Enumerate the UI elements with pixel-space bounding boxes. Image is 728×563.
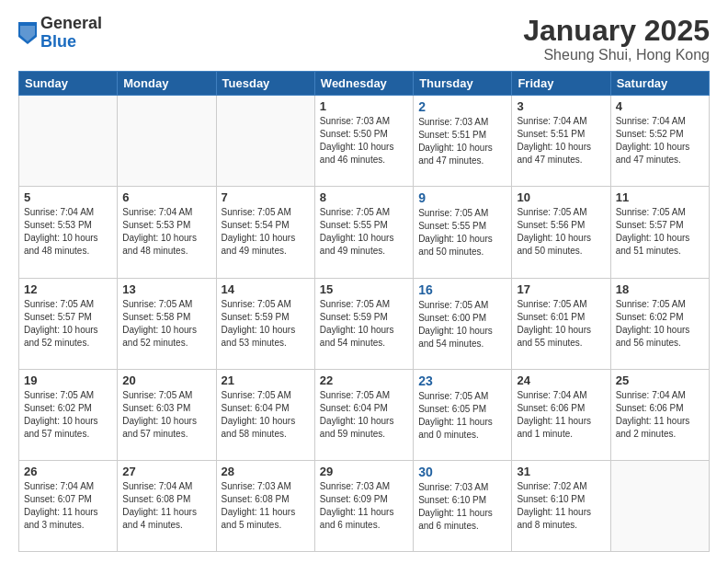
calendar-cell: 16Sunrise: 7:05 AM Sunset: 6:00 PM Dayli… [414, 278, 512, 369]
header-saturday: Saturday [610, 72, 709, 96]
day-number: 19 [24, 373, 112, 387]
day-info: Sunrise: 7:05 AM Sunset: 5:59 PM Dayligh… [320, 298, 408, 350]
day-info: Sunrise: 7:05 AM Sunset: 6:04 PM Dayligh… [320, 389, 408, 441]
day-info: Sunrise: 7:02 AM Sunset: 6:10 PM Dayligh… [517, 480, 605, 532]
day-info: Sunrise: 7:04 AM Sunset: 6:06 PM Dayligh… [517, 389, 605, 441]
day-info: Sunrise: 7:03 AM Sunset: 5:50 PM Dayligh… [320, 115, 408, 167]
calendar-cell: 6Sunrise: 7:04 AM Sunset: 5:53 PM Daylig… [118, 187, 216, 278]
calendar-cell: 7Sunrise: 7:05 AM Sunset: 5:54 PM Daylig… [216, 187, 314, 278]
calendar-cell: 19Sunrise: 7:05 AM Sunset: 6:02 PM Dayli… [19, 369, 118, 460]
calendar-cell: 1Sunrise: 7:03 AM Sunset: 5:50 PM Daylig… [314, 96, 413, 187]
day-info: Sunrise: 7:04 AM Sunset: 5:53 PM Dayligh… [24, 206, 112, 258]
calendar-cell: 12Sunrise: 7:05 AM Sunset: 5:57 PM Dayli… [19, 278, 118, 369]
day-info: Sunrise: 7:05 AM Sunset: 5:57 PM Dayligh… [616, 206, 704, 258]
calendar-cell: 28Sunrise: 7:03 AM Sunset: 6:08 PM Dayli… [216, 460, 314, 551]
day-info: Sunrise: 7:05 AM Sunset: 6:03 PM Dayligh… [122, 389, 210, 441]
day-number: 28 [222, 465, 310, 478]
calendar-cell: 31Sunrise: 7:02 AM Sunset: 6:10 PM Dayli… [512, 460, 610, 551]
day-number: 29 [320, 465, 408, 478]
day-info: Sunrise: 7:04 AM Sunset: 5:52 PM Dayligh… [616, 115, 704, 167]
day-number: 16 [418, 282, 506, 297]
day-info: Sunrise: 7:04 AM Sunset: 6:08 PM Dayligh… [122, 480, 210, 532]
header-tuesday: Tuesday [216, 72, 314, 96]
calendar-cell: 13Sunrise: 7:05 AM Sunset: 5:58 PM Dayli… [118, 278, 216, 369]
calendar-cell: 15Sunrise: 7:05 AM Sunset: 5:59 PM Dayli… [314, 278, 413, 369]
day-info: Sunrise: 7:05 AM Sunset: 6:00 PM Dayligh… [418, 299, 506, 350]
logo-icon [18, 22, 37, 44]
day-info: Sunrise: 7:05 AM Sunset: 5:56 PM Dayligh… [517, 206, 605, 258]
day-info: Sunrise: 7:05 AM Sunset: 5:54 PM Dayligh… [222, 206, 310, 258]
header-sunday: Sunday [19, 72, 118, 96]
day-number: 23 [418, 373, 506, 388]
day-number: 9 [418, 190, 506, 205]
calendar-cell [610, 460, 709, 551]
title-block: January 2025 Sheung Shui, Hong Kong [523, 15, 710, 63]
day-info: Sunrise: 7:05 AM Sunset: 6:01 PM Dayligh… [517, 298, 605, 350]
calendar-cell: 24Sunrise: 7:04 AM Sunset: 6:06 PM Dayli… [512, 369, 610, 460]
calendar-cell: 4Sunrise: 7:04 AM Sunset: 5:52 PM Daylig… [610, 96, 709, 187]
calendar-cell: 17Sunrise: 7:05 AM Sunset: 6:01 PM Dayli… [512, 278, 610, 369]
day-number: 5 [24, 190, 112, 204]
day-info: Sunrise: 7:05 AM Sunset: 6:04 PM Dayligh… [222, 389, 310, 441]
day-info: Sunrise: 7:05 AM Sunset: 5:55 PM Dayligh… [320, 206, 408, 258]
calendar-cell: 14Sunrise: 7:05 AM Sunset: 5:59 PM Dayli… [216, 278, 314, 369]
day-number: 18 [616, 282, 704, 296]
day-number: 8 [320, 190, 408, 204]
day-number: 25 [616, 373, 704, 387]
day-number: 3 [517, 99, 605, 113]
calendar-table: Sunday Monday Tuesday Wednesday Thursday… [18, 71, 710, 552]
calendar-cell [19, 96, 118, 187]
logo-general: General [40, 15, 102, 33]
day-number: 17 [517, 282, 605, 296]
calendar-cell: 23Sunrise: 7:05 AM Sunset: 6:05 PM Dayli… [414, 369, 512, 460]
calendar-week-3: 12Sunrise: 7:05 AM Sunset: 5:57 PM Dayli… [19, 278, 710, 369]
day-number: 20 [122, 373, 210, 387]
day-number: 1 [320, 99, 408, 113]
day-number: 12 [24, 282, 112, 296]
header: General Blue January 2025 Sheung Shui, H… [18, 15, 710, 63]
calendar-cell: 22Sunrise: 7:05 AM Sunset: 6:04 PM Dayli… [314, 369, 413, 460]
day-number: 24 [517, 373, 605, 387]
calendar-cell: 2Sunrise: 7:03 AM Sunset: 5:51 PM Daylig… [414, 96, 512, 187]
day-number: 7 [222, 190, 310, 204]
calendar-header-row: Sunday Monday Tuesday Wednesday Thursday… [19, 72, 710, 96]
day-number: 6 [122, 190, 210, 204]
day-info: Sunrise: 7:05 AM Sunset: 6:02 PM Dayligh… [616, 298, 704, 350]
day-info: Sunrise: 7:05 AM Sunset: 6:05 PM Dayligh… [418, 390, 506, 442]
calendar-cell: 20Sunrise: 7:05 AM Sunset: 6:03 PM Dayli… [118, 369, 216, 460]
calendar-cell: 9Sunrise: 7:05 AM Sunset: 5:55 PM Daylig… [414, 187, 512, 278]
day-number: 4 [616, 99, 704, 113]
day-number: 27 [122, 465, 210, 478]
logo-blue: Blue [40, 33, 102, 52]
header-monday: Monday [118, 72, 216, 96]
calendar-week-5: 26Sunrise: 7:04 AM Sunset: 6:07 PM Dayli… [19, 460, 710, 551]
calendar-cell [216, 96, 314, 187]
day-info: Sunrise: 7:04 AM Sunset: 6:06 PM Dayligh… [616, 389, 704, 441]
logo: General Blue [18, 15, 102, 52]
day-info: Sunrise: 7:03 AM Sunset: 6:10 PM Dayligh… [418, 481, 506, 533]
header-friday: Friday [512, 72, 610, 96]
day-number: 30 [418, 465, 506, 479]
calendar-cell: 8Sunrise: 7:05 AM Sunset: 5:55 PM Daylig… [314, 187, 413, 278]
day-number: 21 [222, 373, 310, 387]
day-info: Sunrise: 7:05 AM Sunset: 5:57 PM Dayligh… [24, 298, 112, 350]
day-info: Sunrise: 7:04 AM Sunset: 6:07 PM Dayligh… [24, 480, 112, 532]
calendar-location: Sheung Shui, Hong Kong [523, 47, 710, 63]
page: General Blue January 2025 Sheung Shui, H… [0, 0, 728, 563]
day-number: 14 [222, 282, 310, 296]
calendar-week-2: 5Sunrise: 7:04 AM Sunset: 5:53 PM Daylig… [19, 187, 710, 278]
calendar-cell: 5Sunrise: 7:04 AM Sunset: 5:53 PM Daylig… [19, 187, 118, 278]
calendar-cell: 25Sunrise: 7:04 AM Sunset: 6:06 PM Dayli… [610, 369, 709, 460]
calendar-cell [118, 96, 216, 187]
day-info: Sunrise: 7:03 AM Sunset: 6:08 PM Dayligh… [222, 480, 310, 532]
header-thursday: Thursday [414, 72, 512, 96]
day-number: 11 [616, 190, 704, 204]
day-info: Sunrise: 7:03 AM Sunset: 6:09 PM Dayligh… [320, 480, 408, 532]
calendar-cell: 29Sunrise: 7:03 AM Sunset: 6:09 PM Dayli… [314, 460, 413, 551]
day-info: Sunrise: 7:04 AM Sunset: 5:53 PM Dayligh… [122, 206, 210, 258]
day-number: 31 [517, 465, 605, 478]
day-info: Sunrise: 7:04 AM Sunset: 5:51 PM Dayligh… [517, 115, 605, 167]
day-info: Sunrise: 7:05 AM Sunset: 5:55 PM Dayligh… [418, 207, 506, 259]
calendar-cell: 10Sunrise: 7:05 AM Sunset: 5:56 PM Dayli… [512, 187, 610, 278]
calendar-cell: 27Sunrise: 7:04 AM Sunset: 6:08 PM Dayli… [118, 460, 216, 551]
